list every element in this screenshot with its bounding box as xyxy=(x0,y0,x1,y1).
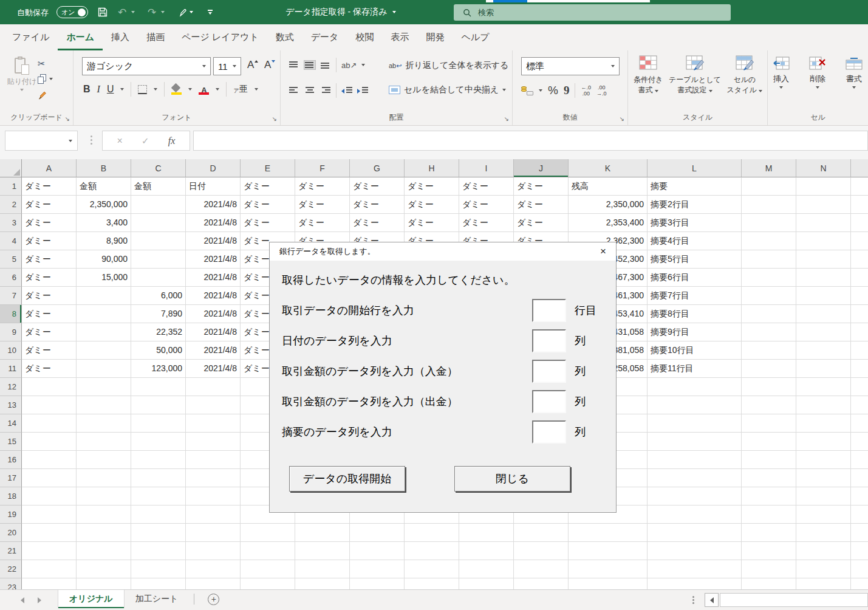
enter-icon[interactable]: ✓ xyxy=(142,135,149,146)
cell-M19[interactable] xyxy=(742,505,796,524)
comma-style-button[interactable]: 9 xyxy=(564,84,570,97)
undo-dropdown-icon[interactable] xyxy=(131,5,135,19)
cell-N21[interactable] xyxy=(796,542,851,560)
column-header-C[interactable]: C xyxy=(131,159,186,177)
phonetic-dropdown-icon[interactable] xyxy=(255,88,258,91)
cell-M14[interactable] xyxy=(742,414,796,433)
sheet-tab-加工シート[interactable]: 加工シート xyxy=(125,590,190,608)
cell-K3[interactable]: 2,353,400 xyxy=(569,214,648,232)
cell-G3[interactable]: ダミー xyxy=(350,214,405,232)
cell-M21[interactable] xyxy=(742,542,796,560)
dialog-close-icon[interactable]: × xyxy=(598,245,609,258)
row-header-5[interactable]: 5 xyxy=(0,250,22,269)
cell-I23[interactable] xyxy=(459,578,514,589)
fill-color-dropdown-icon[interactable] xyxy=(188,88,192,91)
cell-L2[interactable]: 摘要2行目 xyxy=(648,196,742,214)
accounting-format-button[interactable] xyxy=(521,86,533,95)
cell-N1[interactable] xyxy=(796,177,851,196)
column-header-G[interactable]: G xyxy=(350,159,405,177)
cell-C1[interactable]: 金額 xyxy=(131,177,186,196)
font-color-dropdown-icon[interactable] xyxy=(216,88,219,91)
row-header-13[interactable]: 13 xyxy=(0,396,22,414)
cell-M3[interactable] xyxy=(742,214,796,232)
cell-F23[interactable] xyxy=(295,578,350,589)
conditional-formatting-button[interactable]: 条件付き書式 xyxy=(634,55,663,95)
cell-B20[interactable] xyxy=(77,524,131,542)
cell-B21[interactable] xyxy=(77,542,131,560)
underline-dropdown-icon[interactable] xyxy=(120,88,124,91)
cell-C3[interactable] xyxy=(131,214,186,232)
cell-N5[interactable] xyxy=(796,250,851,269)
format-cells-button[interactable]: 書式 xyxy=(846,57,863,89)
cell-D18[interactable] xyxy=(186,487,241,505)
cell-I21[interactable] xyxy=(459,542,514,560)
cell-L15[interactable] xyxy=(648,433,742,451)
cell-A10[interactable]: ダミー xyxy=(22,341,77,360)
cell-L22[interactable] xyxy=(648,560,742,578)
cell-L9[interactable]: 摘要9行目 xyxy=(648,323,742,341)
row-header-2[interactable]: 2 xyxy=(0,196,22,214)
cell-A12[interactable] xyxy=(22,378,77,396)
cell-L23[interactable] xyxy=(648,578,742,589)
row-header-21[interactable]: 21 xyxy=(0,542,22,560)
cell-A1[interactable]: ダミー xyxy=(22,177,77,196)
cell-L8[interactable]: 摘要8行目 xyxy=(648,305,742,323)
cell-L18[interactable] xyxy=(648,487,742,505)
row-header-9[interactable]: 9 xyxy=(0,323,22,341)
cell-L13[interactable] xyxy=(648,396,742,414)
increase-decimal-button[interactable]: ←.0.00 xyxy=(581,84,591,97)
row-header-23[interactable]: 23 xyxy=(0,578,22,589)
row-header-12[interactable]: 12 xyxy=(0,378,22,396)
cell-L1[interactable]: 摘要 xyxy=(648,177,742,196)
cell-H3[interactable]: ダミー xyxy=(405,214,459,232)
phonetic-button[interactable]: ア亜 xyxy=(233,84,247,95)
cell-E21[interactable] xyxy=(241,542,295,560)
cell-L4[interactable]: 摘要4行目 xyxy=(648,232,742,250)
document-title[interactable]: データ指定取得 - 保存済み xyxy=(285,7,396,18)
dialog-start-fetch-button[interactable]: データの取得開始 xyxy=(289,466,405,492)
cell-B6[interactable]: 15,000 xyxy=(77,269,131,287)
touch-mouse-mode-icon[interactable] xyxy=(177,5,186,19)
cell-A22[interactable] xyxy=(22,560,77,578)
cell-M15[interactable] xyxy=(742,433,796,451)
cell-B2[interactable]: 2,350,000 xyxy=(77,196,131,214)
cell-B3[interactable]: 3,400 xyxy=(77,214,131,232)
cell-M20[interactable] xyxy=(742,524,796,542)
orientation-dropdown-icon[interactable] xyxy=(361,64,365,66)
cell-D21[interactable] xyxy=(186,542,241,560)
cell-C20[interactable] xyxy=(131,524,186,542)
touch-mouse-dropdown-icon[interactable] xyxy=(190,5,193,19)
cell-A23[interactable] xyxy=(22,578,77,589)
cell-D4[interactable]: 2021/4/8 xyxy=(186,232,241,250)
cell-C13[interactable] xyxy=(131,396,186,414)
cell-L20[interactable] xyxy=(648,524,742,542)
cell-B5[interactable]: 90,000 xyxy=(77,250,131,269)
cell-F20[interactable] xyxy=(295,524,350,542)
borders-button[interactable] xyxy=(138,85,147,94)
cell-A20[interactable] xyxy=(22,524,77,542)
cell-M12[interactable] xyxy=(742,378,796,396)
cell-C6[interactable] xyxy=(131,269,186,287)
cell-M22[interactable] xyxy=(742,560,796,578)
cell-I3[interactable]: ダミー xyxy=(459,214,514,232)
cell-M4[interactable] xyxy=(742,232,796,250)
cell-J20[interactable] xyxy=(514,524,569,542)
cell-I2[interactable]: ダミー xyxy=(459,196,514,214)
cell-D12[interactable] xyxy=(186,378,241,396)
cell-N7[interactable] xyxy=(796,287,851,305)
cell-N4[interactable] xyxy=(796,232,851,250)
cell-A7[interactable]: ダミー xyxy=(22,287,77,305)
cell-C11[interactable]: 123,000 xyxy=(131,360,186,378)
paste-button[interactable]: 貼り付け xyxy=(6,57,38,91)
cell-D6[interactable]: 2021/4/8 xyxy=(186,269,241,287)
bank-data-dialog[interactable]: 銀行データを取得します。 × 取得したいデータの情報を入力してください。 取引デ… xyxy=(269,242,617,513)
cell-C16[interactable] xyxy=(131,451,186,469)
cut-button[interactable]: ✂ xyxy=(38,58,53,69)
cell-A2[interactable]: ダミー xyxy=(22,196,77,214)
cell-A9[interactable]: ダミー xyxy=(22,323,77,341)
cell-B11[interactable] xyxy=(77,360,131,378)
cell-K21[interactable] xyxy=(569,542,648,560)
cell-A17[interactable] xyxy=(22,469,77,487)
cell-B8[interactable] xyxy=(77,305,131,323)
cell-F3[interactable]: ダミー xyxy=(295,214,350,232)
